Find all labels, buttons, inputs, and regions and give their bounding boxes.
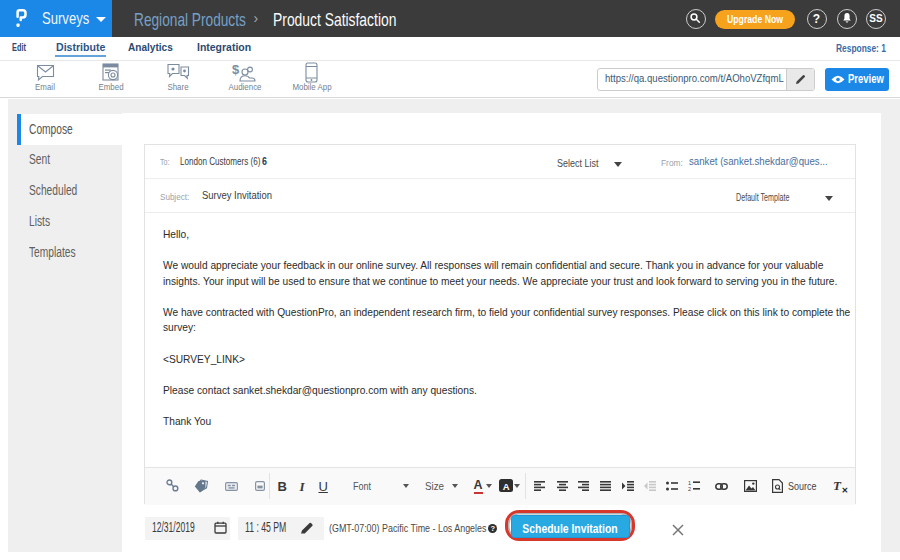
svg-text:2: 2 (688, 486, 691, 492)
svg-text:1: 1 (688, 480, 691, 486)
svg-text:$: $ (232, 62, 240, 77)
